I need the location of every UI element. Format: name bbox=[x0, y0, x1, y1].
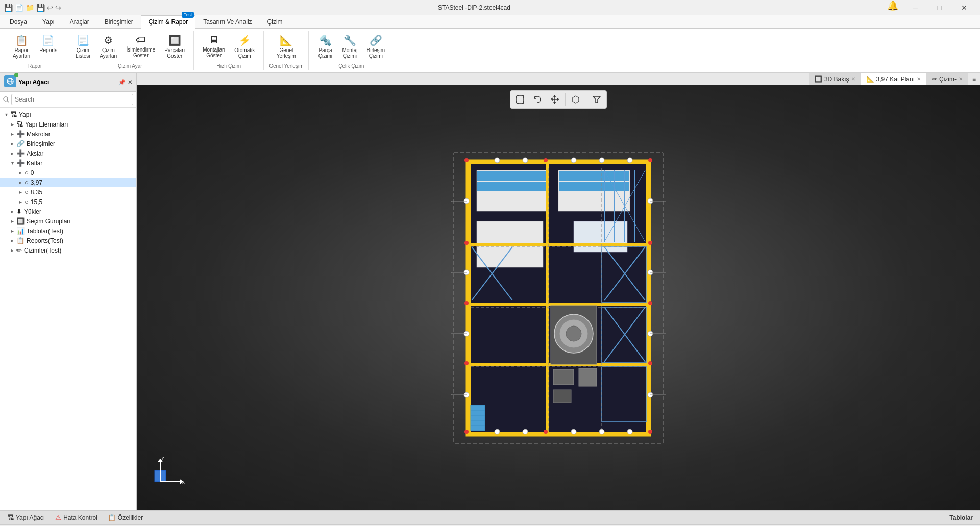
ribbon-btn-label-3-0: GenelYerleşim bbox=[277, 47, 296, 59]
ribbon-btn-1-2[interactable]: 🏷İsimlendirmeGöster bbox=[123, 32, 159, 61]
ribbon-btn-icon-4-0: 🔩 bbox=[319, 34, 332, 46]
filter-button[interactable] bbox=[589, 92, 605, 107]
ribbon-btn-3-0[interactable]: 📐GenelYerleşim bbox=[273, 32, 300, 61]
pan-button[interactable] bbox=[547, 92, 563, 107]
tree-expander-12: ▸ bbox=[8, 228, 16, 234]
ribbon-group-label-3: Genel Yerleşim bbox=[269, 62, 303, 69]
tree-item-6[interactable]: ▸○0 bbox=[0, 168, 136, 178]
svg-point-94 bbox=[523, 429, 528, 434]
sidebar: Yapı Ağacı 📌 ✕ ▾🏗Yapı▸🏗Yapı Elemanları▸➕… bbox=[0, 73, 137, 510]
tree-item-5[interactable]: ▾➕Katlar bbox=[0, 158, 136, 168]
search-box bbox=[0, 92, 136, 108]
viewport-canvas[interactable]: ⬡ bbox=[137, 85, 980, 510]
ribbon-btn-1-1[interactable]: ⚙ÇizimAyarları bbox=[96, 32, 120, 61]
tablolar-tab[interactable]: Tablolar bbox=[946, 513, 976, 522]
ribbon-tab-cizim[interactable]: Çizim bbox=[260, 15, 290, 28]
pin-icon[interactable]: 📌 bbox=[118, 79, 126, 86]
svg-point-89 bbox=[523, 158, 528, 163]
tree-item-9[interactable]: ▸○15,5 bbox=[0, 197, 136, 207]
tree-item-0[interactable]: ▾🏗Yapı bbox=[0, 110, 136, 119]
tree-label-0: Yapı bbox=[19, 111, 31, 118]
ribbon-btn-4-2[interactable]: 🔗BirleşimÇizimi bbox=[363, 32, 388, 61]
svg-point-74 bbox=[464, 361, 469, 365]
ribbon-btn-2-0[interactable]: 🖥MontajlarıGöster bbox=[199, 32, 229, 61]
open-icon[interactable]: 📁 bbox=[26, 4, 34, 12]
tree-item-11[interactable]: ▸🔲Seçim Gurupları bbox=[0, 216, 136, 226]
tree-item-12[interactable]: ▸📊Tablolar(Test) bbox=[0, 226, 136, 236]
tree-expander-2: ▸ bbox=[8, 131, 16, 137]
ribbon-tab-cizim_rapor[interactable]: Çizim & Rapor bbox=[141, 15, 195, 29]
ribbon-btn-4-1[interactable]: 🔧MontajÇizimi bbox=[338, 32, 361, 61]
save-icon[interactable]: 💾 bbox=[36, 4, 45, 12]
ribbon-tab-birlesimler[interactable]: Birleşimler bbox=[97, 15, 141, 28]
tree-icon-13: 📋 bbox=[16, 237, 24, 244]
ribbon-btn-label-4-1: MontajÇizimi bbox=[342, 47, 357, 59]
viewport-tab-close-1[interactable]: ✕ bbox=[917, 76, 921, 82]
svg-point-95 bbox=[571, 429, 576, 434]
undo-view-button[interactable] bbox=[529, 92, 546, 107]
tree-item-2[interactable]: ▸➕Makrolar bbox=[0, 129, 136, 139]
viewport-tab-close-2[interactable]: ✕ bbox=[959, 76, 963, 82]
ribbon-btn-1-0[interactable]: 📃ÇizimListesi bbox=[71, 32, 94, 61]
tree-item-10[interactable]: ▸⬇Yükler bbox=[0, 207, 136, 216]
svg-point-70 bbox=[464, 241, 469, 245]
viewport-tab-label-0: 3D Bakış bbox=[824, 76, 849, 83]
ribbon-btn-label-4-0: ParçaÇizimi bbox=[318, 47, 332, 59]
tree-item-4[interactable]: ▸➕Akslar bbox=[0, 148, 136, 158]
new-icon[interactable]: 📄 bbox=[15, 4, 23, 12]
notification-icon[interactable]: 🔔 bbox=[887, 0, 898, 15]
hata-kontrol-icon: ⚠ bbox=[55, 514, 61, 521]
undo-icon[interactable]: ↩ bbox=[47, 4, 53, 12]
ribbon-btn-0-1[interactable]: 📄Reports bbox=[36, 32, 61, 56]
ribbon-btn-0-0[interactable]: 📋RaporAyarları bbox=[9, 32, 34, 61]
ribbon-btn-2-1[interactable]: ⚡OtomatikÇizim bbox=[231, 32, 258, 61]
tree-item-1[interactable]: ▸🏗Yapı Elemanları bbox=[0, 119, 136, 129]
close-button[interactable]: ✕ bbox=[952, 0, 976, 15]
bottom-tab-hata-kontrol[interactable]: ⚠ Hata Kontrol bbox=[52, 513, 101, 522]
tree-expander-13: ▸ bbox=[8, 238, 16, 243]
ozellikler-icon: 📋 bbox=[108, 514, 116, 521]
fit-view-button[interactable] bbox=[512, 92, 528, 107]
bottom-tab-yapi-agaci[interactable]: 🏗 Yapı Ağacı bbox=[4, 513, 48, 522]
svg-point-3 bbox=[4, 97, 8, 101]
redo-icon[interactable]: ↪ bbox=[55, 4, 61, 12]
viewport-tab-close-0[interactable]: ✕ bbox=[851, 76, 855, 82]
svg-point-92 bbox=[627, 158, 632, 163]
svg-point-78 bbox=[544, 158, 548, 162]
tree-item-3[interactable]: ▸🔗Birleşimler bbox=[0, 139, 136, 148]
tree-item-8[interactable]: ▸○8,35 bbox=[0, 187, 136, 197]
viewport-options-icon[interactable]: ≡ bbox=[968, 73, 980, 85]
ribbon-group-0: 📋RaporAyarları📄ReportsRapor bbox=[4, 31, 66, 70]
ribbon-group-buttons-1: 📃ÇizimListesi⚙ÇizimAyarları🏷İsimlendirme… bbox=[71, 32, 188, 62]
tree-item-14[interactable]: ▸✏Çizimler(Test) bbox=[0, 245, 136, 255]
svg-point-75 bbox=[648, 361, 652, 365]
ribbon-btn-1-3[interactable]: 🔲ParçalarıGöster bbox=[161, 32, 188, 61]
yapi-agaci-label: Yapı Ağacı bbox=[16, 514, 45, 521]
tree-item-7[interactable]: ▸○3,97 bbox=[0, 178, 136, 187]
sidebar-close-icon[interactable]: ✕ bbox=[128, 79, 132, 86]
viewport-tab-2[interactable]: ✏Çizim-✕ bbox=[926, 73, 968, 85]
ribbon-btn-4-0[interactable]: 🔩ParçaÇizimi bbox=[314, 32, 336, 61]
bottom-tab-ozellikler[interactable]: 📋 Özellikler bbox=[105, 513, 146, 522]
viewport-tab-1[interactable]: 📐3,97 Kat Planı✕ bbox=[861, 73, 926, 85]
ribbon-tab-dosya[interactable]: Dosya bbox=[2, 15, 35, 28]
tree-expander-1: ▸ bbox=[8, 121, 16, 127]
search-input[interactable] bbox=[11, 94, 133, 105]
ribbon-group-1: 📃ÇizimListesi⚙ÇizimAyarları🏷İsimlendirme… bbox=[66, 31, 194, 70]
ribbon-tab-yapi[interactable]: Yapı bbox=[35, 15, 62, 28]
svg-point-91 bbox=[599, 158, 604, 163]
viewport-tab-0[interactable]: 🔲3D Bakış✕ bbox=[809, 73, 861, 85]
tree-icon-9: ○ bbox=[24, 198, 29, 206]
ribbon-content: 📋RaporAyarları📄ReportsRapor📃ÇizimListesi… bbox=[0, 28, 980, 72]
titlebar-left-icons: 💾 📄 📁 💾 ↩ ↪ bbox=[4, 4, 61, 12]
3d-cube-button[interactable]: ⬡ bbox=[568, 92, 584, 107]
minimize-button[interactable]: ─ bbox=[903, 0, 927, 15]
maximize-button[interactable]: □ bbox=[928, 0, 951, 15]
viewport-toolbar: ⬡ bbox=[510, 90, 607, 109]
ribbon-btn-icon-2-1: ⚡ bbox=[238, 34, 251, 46]
ribbon-tab-tasarim[interactable]: Tasarım Ve Analiz bbox=[195, 15, 259, 28]
titlebar: 💾 📄 📁 💾 ↩ ↪ STASteel -DiP-2.steel4cad 🔔 … bbox=[0, 0, 980, 15]
svg-marker-16 bbox=[593, 96, 600, 103]
tree-item-13[interactable]: ▸📋Reports(Test) bbox=[0, 236, 136, 245]
ribbon-tab-araclar[interactable]: Araçlar bbox=[62, 15, 97, 28]
